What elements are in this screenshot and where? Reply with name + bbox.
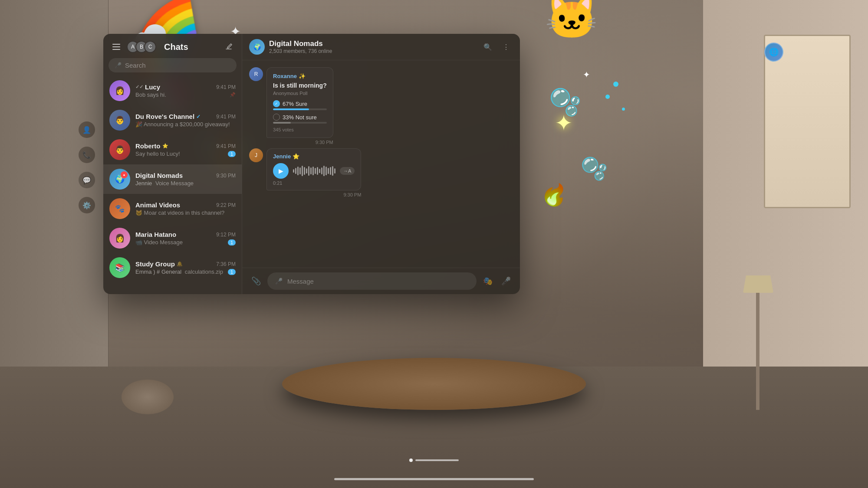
poll-option-not-sure[interactable]: 33% Not sure <box>273 114 327 124</box>
chat-time-study-group: 7:36 PM <box>216 261 236 267</box>
name-row-roberto: Roberto ⭐ 9:41 PM <box>135 142 236 150</box>
chat-list-header: A B C Chats <box>103 34 242 56</box>
chats-title: Chats <box>164 42 188 52</box>
chat-time-digital-nomads: 9:30 PM <box>216 173 236 179</box>
search-bar[interactable]: 🎤 <box>108 58 237 72</box>
poll-option-text-sure: 67% Sure <box>283 101 307 107</box>
sender-jennie: Jennie <box>135 180 152 187</box>
msg-avatar-jennie: J <box>249 148 263 162</box>
poll-bar-bg-not-sure <box>273 122 327 124</box>
chat-item-animal-videos[interactable]: 🐾 Animal Videos 9:22 PM 🐱 Moar cat video… <box>103 194 242 223</box>
poll-msg-time: 9:30 PM <box>266 140 333 145</box>
lamp-shade <box>743 275 773 293</box>
ottoman <box>122 380 174 414</box>
avatar-animal-videos: 🐾 <box>109 198 130 219</box>
chat-preview-animal-videos: 🐱 Moar cat videos in this channel? <box>135 210 224 216</box>
chat-time-animal-videos: 9:22 PM <box>216 202 236 208</box>
waveform-bar-5 <box>302 166 303 176</box>
floor-lamp <box>756 288 760 410</box>
svg-rect-2 <box>112 49 120 50</box>
chat-item-digital-nomads[interactable]: 🌍 ● Digital Nomads 9:30 PM Jennie Voice … <box>103 164 242 194</box>
poll-anon: Anonymous Poll <box>273 91 327 96</box>
waveform-bar-4 <box>299 167 301 174</box>
message-input-wrap[interactable]: 🎤 <box>267 272 477 290</box>
tts-button[interactable]: →A <box>340 167 355 175</box>
poll-bar-bg-sure <box>273 108 327 110</box>
chat-name-digital-nomads: Digital Nomads <box>135 172 183 179</box>
avatar-roberto: 👨 <box>109 139 130 160</box>
chat-name-roberto: Roberto ⭐ <box>135 142 168 150</box>
chat-item-study-group[interactable]: 📚 Study Group 🔔 7:36 PM Emma ) # General… <box>103 253 242 282</box>
nav-chat-icon[interactable]: 💬 <box>79 172 95 188</box>
waveform <box>293 165 335 177</box>
chat-items-list: 👩 ✓✓ Lucy 9:41 PM Bob says hi. 📌 <box>103 76 242 294</box>
sidebar-toggle-button[interactable] <box>110 41 122 53</box>
verified-badge-du-rove: ✓ <box>196 114 201 120</box>
more-header-button[interactable]: ⋮ <box>499 40 513 54</box>
voice-sender: Jennie ⭐ <box>273 153 355 160</box>
attach-button[interactable]: 📎 <box>249 274 263 288</box>
unread-badge-study: 1 <box>228 269 236 275</box>
header-left: A B C Chats <box>110 41 188 53</box>
chat-item-du-rove[interactable]: 👨 Du Rove's Channel ✓ 9:41 PM 🎉 Announci… <box>103 105 242 135</box>
chat-name-study-group: Study Group 🔔 <box>135 260 183 268</box>
app-container: A B C Chats 🎤 👩 <box>103 34 520 294</box>
chat-main-panel: 🌍 Digital Nomads 2,503 members, 736 onli… <box>242 34 520 294</box>
avatar-du-rove: 👨 <box>109 110 130 131</box>
sticker-button[interactable]: 🎭 <box>481 274 495 288</box>
poll-votes: 345 votes <box>273 127 327 132</box>
chat-item-roberto[interactable]: 👨 Roberto ⭐ 9:41 PM Say hello to Lucy! 1 <box>103 135 242 164</box>
home-bar <box>334 478 534 480</box>
sidebar-nav: 👤 📞 💬 ⚙️ <box>76 121 98 213</box>
preview-row-maria: 📹 Video Message 1 <box>135 239 236 246</box>
svg-rect-0 <box>112 44 120 45</box>
pin-icon-lucy: 📌 <box>230 92 236 98</box>
nav-person-icon[interactable]: 👤 <box>79 121 95 138</box>
chat-preview-study-group: Emma ) # General calculations.zip <box>135 269 223 275</box>
chat-preview-maria: 📹 Video Message <box>135 239 183 246</box>
waveform-bar-16 <box>326 167 327 175</box>
poll-option-sure[interactable]: ✓ 67% Sure <box>273 100 327 110</box>
poll-message: R Roxanne ✨ Is is still morning? Anonymo… <box>249 67 513 145</box>
voice-record-button[interactable]: 🎤 <box>499 274 513 288</box>
scroll-dot-1 <box>409 459 413 462</box>
avatar-c: C <box>144 41 156 53</box>
mic-input-icon: 🎤 <box>273 276 284 286</box>
chat-time-maria: 9:12 PM <box>216 232 236 238</box>
voice-bubble: Jennie ⭐ ▶ <box>266 148 361 190</box>
waveform-bar-11 <box>315 168 316 174</box>
waveform-bar-10 <box>312 167 314 175</box>
messages-area: R Roxanne ✨ Is is still morning? Anonymo… <box>242 60 520 268</box>
scroll-line <box>415 459 459 461</box>
waveform-bar-19 <box>332 166 333 176</box>
chat-item-lucy[interactable]: 👩 ✓✓ Lucy 9:41 PM Bob says hi. 📌 <box>103 76 242 105</box>
compose-button[interactable] <box>223 41 235 53</box>
chat-name-du-rove: Du Rove's Channel ✓ <box>135 113 201 120</box>
waveform-bar-1 <box>293 169 294 173</box>
poll-option-row-sure: ✓ 67% Sure <box>273 100 327 107</box>
poll-sender: Roxanne ✨ <box>273 73 327 79</box>
poll-check-sure: ✓ <box>273 100 280 107</box>
search-input[interactable] <box>125 62 230 69</box>
chat-preview-lucy: Bob says hi. <box>135 92 166 98</box>
voice-controls: ▶ <box>273 163 355 179</box>
nav-phone-icon[interactable]: 📞 <box>79 147 95 163</box>
chat-name-maria: Maria Hatano <box>135 231 176 238</box>
waveform-bar-7 <box>306 168 307 174</box>
voice-message: J Jennie ⭐ ▶ <box>249 148 513 197</box>
play-button[interactable]: ▶ <box>273 163 289 179</box>
chat-info-maria: Maria Hatano 9:12 PM 📹 Video Message 1 <box>135 231 236 246</box>
top-right-avatar[interactable]: 🌐 <box>764 43 783 62</box>
poll-bar-fill-not-sure <box>273 122 291 124</box>
message-input[interactable] <box>287 278 470 285</box>
chat-info-study-group: Study Group 🔔 7:36 PM Emma ) # General c… <box>135 260 236 275</box>
chat-time-roberto: 9:41 PM <box>216 143 236 149</box>
search-header-button[interactable]: 🔍 <box>481 40 495 54</box>
unread-badge-roberto: 1 <box>228 151 236 157</box>
chat-item-maria[interactable]: 👩 Maria Hatano 9:12 PM 📹 Video Message 1 <box>103 223 242 253</box>
voice-duration: 0:21 <box>273 180 355 186</box>
nav-settings-icon[interactable]: ⚙️ <box>79 197 95 213</box>
chat-preview-du-rove: 🎉 Announcing a $200,000 giveaway! To cel… <box>135 121 231 128</box>
preview-row-du-rove: 🎉 Announcing a $200,000 giveaway! To cel… <box>135 121 236 128</box>
waveform-bar-18 <box>330 167 331 175</box>
